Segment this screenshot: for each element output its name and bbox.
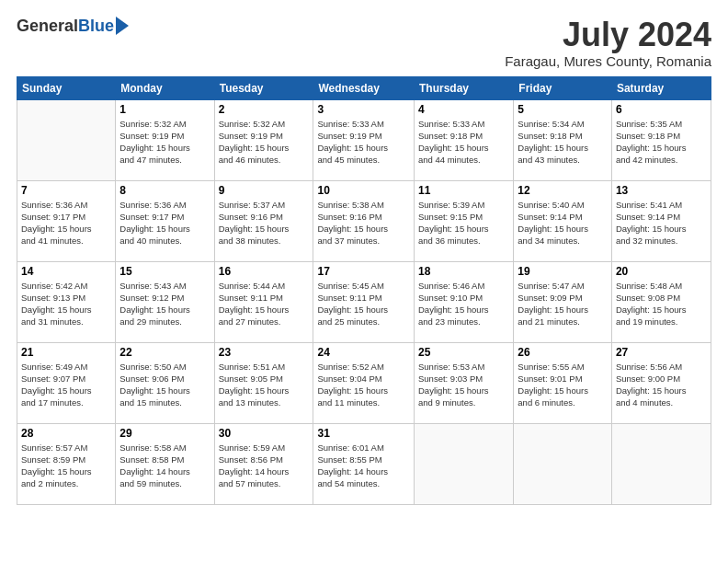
day-number: 24 [317,346,410,359]
day-info: Sunrise: 5:55 AM Sunset: 9:01 PM Dayligh… [518,361,608,409]
calendar-cell: 7Sunrise: 5:36 AM Sunset: 9:17 PM Daylig… [17,180,116,261]
day-number: 27 [616,346,707,359]
day-number: 21 [21,346,111,359]
calendar-week-row: 14Sunrise: 5:42 AM Sunset: 9:13 PM Dayli… [17,261,711,342]
calendar-week-row: 1Sunrise: 5:32 AM Sunset: 9:19 PM Daylig… [17,99,711,180]
logo: General Blue [17,17,129,36]
day-number: 20 [616,265,707,278]
day-number: 12 [518,184,608,197]
day-number: 8 [119,184,210,197]
calendar-cell [415,423,514,504]
day-number: 17 [317,265,410,278]
logo-arrow-icon [116,17,129,35]
calendar-cell: 12Sunrise: 5:40 AM Sunset: 9:14 PM Dayli… [514,180,612,261]
calendar-cell: 9Sunrise: 5:37 AM Sunset: 9:16 PM Daylig… [214,180,313,261]
calendar-cell: 23Sunrise: 5:51 AM Sunset: 9:05 PM Dayli… [214,342,313,423]
calendar-cell: 30Sunrise: 5:59 AM Sunset: 8:56 PM Dayli… [214,423,313,504]
day-info: Sunrise: 5:35 AM Sunset: 9:18 PM Dayligh… [616,118,707,167]
day-info: Sunrise: 5:33 AM Sunset: 9:18 PM Dayligh… [418,118,509,167]
calendar-cell: 3Sunrise: 5:33 AM Sunset: 9:19 PM Daylig… [313,99,415,180]
calendar-cell: 22Sunrise: 5:50 AM Sunset: 9:06 PM Dayli… [116,342,214,423]
calendar-cell: 14Sunrise: 5:42 AM Sunset: 9:13 PM Dayli… [17,261,116,342]
day-info: Sunrise: 5:32 AM Sunset: 9:19 PM Dayligh… [219,118,310,167]
day-number: 26 [518,346,608,359]
calendar-cell: 1Sunrise: 5:32 AM Sunset: 9:19 PM Daylig… [116,99,214,180]
calendar-cell [514,423,612,504]
day-info: Sunrise: 5:59 AM Sunset: 8:56 PM Dayligh… [219,442,310,490]
day-info: Sunrise: 5:44 AM Sunset: 9:11 PM Dayligh… [219,280,310,328]
calendar-cell: 10Sunrise: 5:38 AM Sunset: 9:16 PM Dayli… [313,180,415,261]
day-number: 7 [21,184,111,197]
calendar-cell: 26Sunrise: 5:55 AM Sunset: 9:01 PM Dayli… [514,342,612,423]
calendar-cell: 8Sunrise: 5:36 AM Sunset: 9:17 PM Daylig… [116,180,214,261]
calendar-cell: 24Sunrise: 5:52 AM Sunset: 9:04 PM Dayli… [313,342,415,423]
calendar-cell [17,99,116,180]
day-number: 6 [616,103,707,116]
logo-general: General [17,17,78,36]
day-info: Sunrise: 5:56 AM Sunset: 9:00 PM Dayligh… [616,361,707,409]
day-number: 14 [21,265,111,278]
day-info: Sunrise: 5:38 AM Sunset: 9:16 PM Dayligh… [317,199,410,247]
calendar-header-sunday: Sunday [17,76,116,99]
calendar-cell: 20Sunrise: 5:48 AM Sunset: 9:08 PM Dayli… [611,261,711,342]
day-info: Sunrise: 5:42 AM Sunset: 9:13 PM Dayligh… [21,280,111,328]
day-info: Sunrise: 5:34 AM Sunset: 9:18 PM Dayligh… [518,118,608,167]
day-number: 9 [219,184,310,197]
page: General Blue July 2024 Faragau, Mures Co… [0,0,728,563]
month-title: July 2024 [505,17,711,53]
day-number: 13 [616,184,707,197]
day-number: 3 [317,103,410,116]
calendar-header-saturday: Saturday [611,76,711,99]
location: Faragau, Mures County, Romania [505,53,711,69]
calendar-cell: 21Sunrise: 5:49 AM Sunset: 9:07 PM Dayli… [17,342,116,423]
day-info: Sunrise: 5:45 AM Sunset: 9:11 PM Dayligh… [317,280,410,328]
day-info: Sunrise: 5:33 AM Sunset: 9:19 PM Dayligh… [317,118,410,167]
calendar: SundayMondayTuesdayWednesdayThursdayFrid… [17,76,711,505]
day-info: Sunrise: 5:51 AM Sunset: 9:05 PM Dayligh… [219,361,310,409]
day-number: 31 [317,427,410,440]
day-info: Sunrise: 5:32 AM Sunset: 9:19 PM Dayligh… [119,118,210,167]
day-info: Sunrise: 5:57 AM Sunset: 8:59 PM Dayligh… [21,442,111,490]
title-block: July 2024 Faragau, Mures County, Romania [505,17,711,69]
calendar-cell: 15Sunrise: 5:43 AM Sunset: 9:12 PM Dayli… [116,261,214,342]
day-number: 28 [21,427,111,440]
day-info: Sunrise: 5:46 AM Sunset: 9:10 PM Dayligh… [418,280,509,328]
calendar-cell: 29Sunrise: 5:58 AM Sunset: 8:58 PM Dayli… [116,423,214,504]
day-number: 23 [219,346,310,359]
day-number: 25 [418,346,509,359]
day-info: Sunrise: 5:37 AM Sunset: 9:16 PM Dayligh… [219,199,310,247]
calendar-header-tuesday: Tuesday [214,76,313,99]
day-info: Sunrise: 5:39 AM Sunset: 9:15 PM Dayligh… [418,199,509,247]
day-info: Sunrise: 6:01 AM Sunset: 8:55 PM Dayligh… [317,442,410,490]
calendar-week-row: 28Sunrise: 5:57 AM Sunset: 8:59 PM Dayli… [17,423,711,504]
day-number: 4 [418,103,509,116]
calendar-cell: 11Sunrise: 5:39 AM Sunset: 9:15 PM Dayli… [415,180,514,261]
calendar-week-row: 7Sunrise: 5:36 AM Sunset: 9:17 PM Daylig… [17,180,711,261]
calendar-header-row: SundayMondayTuesdayWednesdayThursdayFrid… [17,76,711,99]
day-number: 18 [418,265,509,278]
header: General Blue July 2024 Faragau, Mures Co… [17,17,711,69]
calendar-cell: 25Sunrise: 5:53 AM Sunset: 9:03 PM Dayli… [415,342,514,423]
day-number: 1 [119,103,210,116]
calendar-cell: 16Sunrise: 5:44 AM Sunset: 9:11 PM Dayli… [214,261,313,342]
day-number: 19 [518,265,608,278]
calendar-cell: 19Sunrise: 5:47 AM Sunset: 9:09 PM Dayli… [514,261,612,342]
calendar-cell [611,423,711,504]
calendar-cell: 13Sunrise: 5:41 AM Sunset: 9:14 PM Dayli… [611,180,711,261]
day-info: Sunrise: 5:36 AM Sunset: 9:17 PM Dayligh… [21,199,111,247]
calendar-header-friday: Friday [514,76,612,99]
day-info: Sunrise: 5:50 AM Sunset: 9:06 PM Dayligh… [119,361,210,409]
day-info: Sunrise: 5:40 AM Sunset: 9:14 PM Dayligh… [518,199,608,247]
calendar-header-thursday: Thursday [415,76,514,99]
day-number: 16 [219,265,310,278]
calendar-cell: 5Sunrise: 5:34 AM Sunset: 9:18 PM Daylig… [514,99,612,180]
calendar-cell: 31Sunrise: 6:01 AM Sunset: 8:55 PM Dayli… [313,423,415,504]
day-info: Sunrise: 5:36 AM Sunset: 9:17 PM Dayligh… [119,199,210,247]
day-number: 15 [119,265,210,278]
calendar-cell: 18Sunrise: 5:46 AM Sunset: 9:10 PM Dayli… [415,261,514,342]
calendar-cell: 17Sunrise: 5:45 AM Sunset: 9:11 PM Dayli… [313,261,415,342]
day-info: Sunrise: 5:47 AM Sunset: 9:09 PM Dayligh… [518,280,608,328]
day-info: Sunrise: 5:48 AM Sunset: 9:08 PM Dayligh… [616,280,707,328]
day-number: 11 [418,184,509,197]
day-info: Sunrise: 5:49 AM Sunset: 9:07 PM Dayligh… [21,361,111,409]
